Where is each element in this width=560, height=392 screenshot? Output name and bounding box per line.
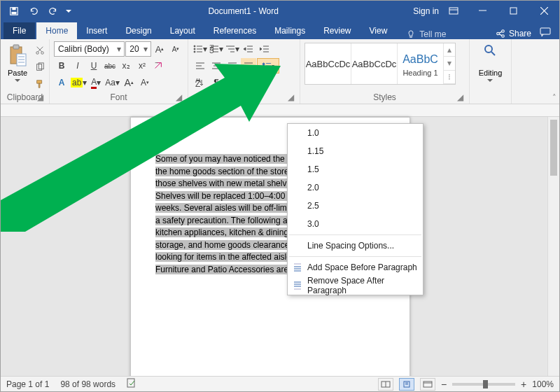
tab-design[interactable]: Design <box>116 22 160 39</box>
bold-button[interactable]: B <box>54 58 69 74</box>
change-case-button[interactable]: Aa▾ <box>104 75 120 90</box>
subscript-button[interactable]: x₂ <box>118 58 134 74</box>
cut-icon[interactable] <box>32 43 48 58</box>
font-color-button[interactable]: A▾ <box>88 75 104 90</box>
view-read-mode[interactable] <box>378 378 393 391</box>
styles-more-button[interactable]: ▴▾⁝ <box>444 43 455 84</box>
show-hide-button[interactable]: ¶ <box>209 75 224 90</box>
justify-button[interactable] <box>241 58 256 74</box>
tab-mailings[interactable]: Mailings <box>265 22 314 39</box>
superscript-button[interactable]: x² <box>134 58 150 74</box>
line-spacing-1.15[interactable]: 1.15 <box>288 142 423 160</box>
italic-button[interactable]: I <box>70 58 85 74</box>
borders-button[interactable]: ▾ <box>241 75 256 90</box>
shrink-font-button[interactable]: A▾ <box>168 41 183 57</box>
tab-review[interactable]: Review <box>314 22 360 39</box>
line-spacing-2.0[interactable]: 2.0 <box>288 178 423 197</box>
style-heading1[interactable]: AaBbCHeading 1 <box>398 43 444 84</box>
tab-view[interactable]: View <box>360 22 397 39</box>
remove-space-after[interactable]: Remove Space After Paragraph <box>288 276 423 295</box>
collapse-ribbon-icon[interactable]: ˄ <box>552 93 556 102</box>
multilevel-list-button[interactable]: ▾ <box>225 41 240 57</box>
close-button[interactable] <box>528 1 559 21</box>
format-painter-icon[interactable] <box>32 76 48 92</box>
line-spacing-1.5[interactable]: 1.5 <box>288 160 423 178</box>
tab-file[interactable]: File <box>4 22 35 39</box>
paragraph-dialog-launcher[interactable]: ◢ <box>286 92 295 102</box>
svg-rect-80 <box>127 379 134 387</box>
ribbon-display-options-icon[interactable] <box>444 3 463 20</box>
zoom-in-button[interactable]: + <box>521 379 526 390</box>
line-spacing-1.0[interactable]: 1.0 <box>288 124 423 142</box>
font-dialog-launcher[interactable]: ◢ <box>174 92 183 102</box>
tab-references[interactable]: References <box>204 22 265 39</box>
save-icon[interactable] <box>5 3 23 20</box>
copy-icon[interactable] <box>32 59 48 75</box>
align-right-button[interactable] <box>225 58 240 74</box>
status-word-count[interactable]: 98 of 98 words <box>60 379 115 389</box>
sign-in-link[interactable]: Sign in <box>413 6 439 16</box>
sort-button[interactable]: AZ <box>192 75 208 90</box>
clipboard-dialog-launcher[interactable]: ◢ <box>36 92 45 102</box>
comments-icon[interactable] <box>540 27 551 39</box>
space-after-icon <box>292 280 303 291</box>
svg-rect-5 <box>510 8 517 14</box>
status-page[interactable]: Page 1 of 1 <box>6 379 49 389</box>
redo-icon[interactable] <box>44 3 62 20</box>
proofing-icon[interactable] <box>127 378 138 390</box>
underline-button[interactable]: U <box>86 58 102 74</box>
share-button[interactable]: Share <box>496 29 531 38</box>
group-font-label: Font <box>110 92 127 102</box>
svg-point-21 <box>36 52 39 55</box>
highlight-button[interactable]: ab▾ <box>70 75 88 90</box>
maximize-button[interactable] <box>498 1 528 21</box>
editing-button[interactable]: Editing <box>476 43 505 84</box>
font-size-combo[interactable]: 20▾ <box>125 41 151 57</box>
font-family-combo[interactable]: Calibri (Body)▾ <box>54 41 125 57</box>
svg-rect-65 <box>226 79 234 86</box>
line-spacing-3.0[interactable]: 3.0 <box>288 215 423 233</box>
minimize-button[interactable] <box>467 1 498 21</box>
line-spacing-button[interactable]: ▾ <box>257 58 279 74</box>
align-center-button[interactable] <box>209 58 224 74</box>
undo-icon[interactable] <box>24 3 43 20</box>
zoom-level[interactable]: 100% <box>532 379 554 389</box>
numbering-button[interactable]: 123▾ <box>209 41 224 57</box>
vertical-scrollbar[interactable] <box>547 117 559 376</box>
bullets-button[interactable]: ▾ <box>192 41 208 57</box>
ruler[interactable] <box>1 104 559 117</box>
tab-layout[interactable]: Layout <box>161 22 204 39</box>
text-effects-button[interactable]: A <box>54 75 69 90</box>
line-spacing-options[interactable]: Line Spacing Options... <box>288 237 423 255</box>
paste-button[interactable]: Paste <box>5 43 30 84</box>
align-left-button[interactable] <box>192 58 208 74</box>
scrollbar-thumb[interactable] <box>550 120 557 176</box>
clear-formatting-icon[interactable] <box>150 58 166 74</box>
grow-font-2[interactable]: A▴ <box>121 75 136 90</box>
svg-point-10 <box>502 29 505 32</box>
grow-font-button[interactable]: A▴ <box>152 41 167 57</box>
shrink-font-2[interactable]: A▾ <box>137 75 153 90</box>
view-web-layout[interactable] <box>420 378 435 391</box>
find-icon <box>484 44 496 66</box>
menu-separator <box>289 256 421 257</box>
styles-gallery[interactable]: AaBbCcDc AaBbCcDc AaBbCHeading 1 ▴▾⁝ <box>304 43 456 85</box>
style-normal[interactable]: AaBbCcDc <box>305 43 351 84</box>
shading-button[interactable]: ▾ <box>225 75 240 90</box>
style-no-spacing[interactable]: AaBbCcDc <box>351 43 398 84</box>
zoom-out-button[interactable]: − <box>441 379 447 390</box>
decrease-indent-button[interactable] <box>241 41 256 57</box>
strikethrough-button[interactable]: abc <box>102 58 118 74</box>
tab-insert[interactable]: Insert <box>77 22 116 39</box>
increase-indent-button[interactable] <box>257 41 272 57</box>
svg-text:Z: Z <box>195 79 200 87</box>
tab-home[interactable]: Home <box>36 22 77 39</box>
view-print-layout[interactable] <box>399 378 414 391</box>
svg-point-27 <box>194 46 195 47</box>
add-space-before[interactable]: Add Space Before Paragraph <box>288 258 423 276</box>
qa-customize-icon[interactable] <box>64 3 74 20</box>
line-spacing-2.5[interactable]: 2.5 <box>288 197 423 215</box>
styles-dialog-launcher[interactable]: ◢ <box>456 92 465 102</box>
zoom-slider[interactable] <box>452 383 515 386</box>
tell-me[interactable]: Tell me <box>406 29 446 39</box>
